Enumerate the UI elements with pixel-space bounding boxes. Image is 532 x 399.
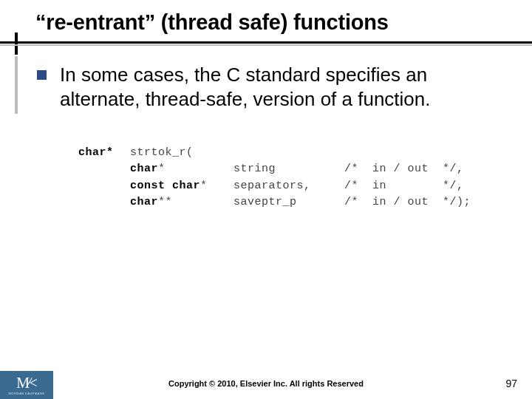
- square-bullet-icon: [37, 70, 47, 80]
- code-param-type: char: [130, 196, 158, 208]
- code-line-param: char**saveptr_p/* in / out */);: [78, 194, 511, 211]
- code-param-comment: /* in */,: [344, 178, 470, 195]
- code-param-name: string: [233, 161, 344, 178]
- code-fn-name: strtok_r(: [130, 145, 194, 162]
- code-param-type: const char: [130, 180, 200, 192]
- title-area: “re-entrant” (thread safe) functions: [0, 0, 532, 41]
- code-param-ptr: *: [158, 163, 166, 175]
- slide: “re-entrant” (thread safe) functions In …: [0, 0, 532, 399]
- code-return-type: char*: [78, 145, 130, 162]
- code-line-fn: char*strtok_r(: [78, 145, 511, 162]
- bullet-text: In some cases, the C standard specifies …: [60, 63, 511, 112]
- code-line-param: const char*separators,/* in */,: [78, 178, 511, 195]
- copyright-text: Copyright © 2010, Elsevier Inc. All righ…: [0, 379, 532, 388]
- code-line-param: char*string/* in / out */,: [78, 161, 511, 178]
- slide-title: “re-entrant” (thread safe) functions: [35, 10, 532, 35]
- page-number: 97: [505, 378, 517, 389]
- code-param-ptr: **: [158, 196, 172, 208]
- code-param-name: separators,: [233, 178, 344, 195]
- code-param-comment: /* in / out */);: [344, 194, 470, 211]
- code-param-ptr: *: [200, 180, 208, 192]
- code-signature: char*strtok_r( char*string/* in / out */…: [78, 145, 511, 211]
- slide-footer: M/< MORGAN KAUFMANN Copyright © 2010, El…: [0, 371, 532, 399]
- code-param-name: saveptr_p: [233, 194, 344, 211]
- slide-body: In some cases, the C standard specifies …: [0, 41, 532, 211]
- code-param-type: char: [130, 163, 158, 175]
- code-param-comment: /* in / out */,: [344, 161, 470, 178]
- logo-subtext: MORGAN KAUFMANN: [8, 392, 44, 395]
- bullet-item: In some cases, the C standard specifies …: [37, 63, 511, 112]
